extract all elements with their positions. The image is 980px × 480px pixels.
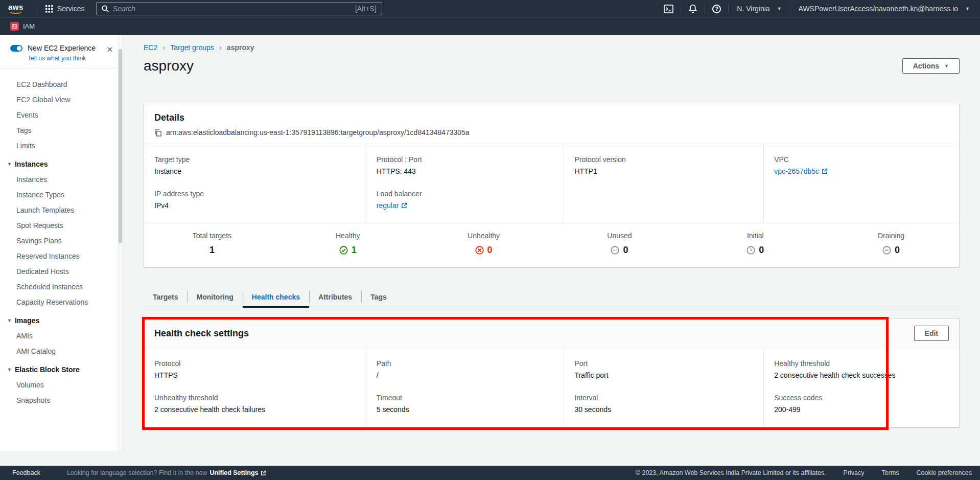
health-check-card: Health check settings Edit Protocol HTTP… <box>144 318 960 427</box>
link-text: vpc-2657db5c <box>774 167 819 175</box>
breadcrumb-ec2[interactable]: EC2 <box>144 43 157 52</box>
stat-value: 0 <box>759 245 764 256</box>
external-link-icon <box>261 470 266 476</box>
arn-row: arn:aws:elasticloadbalancing:us-east-1:3… <box>154 128 949 136</box>
sidebar-item-ec2-dashboard[interactable]: EC2 Dashboard <box>0 77 123 92</box>
sidebar-item-ami-catalog[interactable]: AMI Catalog <box>0 344 123 359</box>
field-label: Target type <box>154 155 356 164</box>
aws-console: aws Services Search [Alt+S] <box>0 0 980 480</box>
sidebar-section-images[interactable]: ▼ Images <box>0 310 123 328</box>
field-label: Protocol <box>154 359 356 368</box>
target-group-arn: arn:aws:elasticloadbalancing:us-east-1:3… <box>166 128 470 136</box>
chevron-right-icon <box>219 43 222 52</box>
health-column: Protocol HTTPS Unhealthy threshold 2 con… <box>144 348 366 427</box>
external-link-icon <box>822 168 828 174</box>
field-protocol: Protocol HTTPS <box>154 359 356 379</box>
stat-label: Healthy <box>336 232 360 240</box>
sidebar-item-snapshots[interactable]: Snapshots <box>0 393 123 408</box>
services-label: Services <box>57 5 85 13</box>
divider <box>681 4 681 14</box>
details-column: VPC vpc-2657db5c <box>763 144 959 223</box>
sidebar-item-volumes[interactable]: Volumes <box>0 377 123 393</box>
tab-monitoring[interactable]: Monitoring <box>188 287 243 307</box>
sidebar-item-events[interactable]: Events <box>0 107 123 123</box>
sidebar-item-limits[interactable]: Limits <box>0 138 123 153</box>
sidebar-item-instance-types[interactable]: Instance Types <box>0 187 123 202</box>
global-search-input[interactable]: Search [Alt+S] <box>96 2 382 15</box>
copy-icon[interactable] <box>154 129 162 136</box>
help-icon[interactable] <box>711 5 722 13</box>
sidebar-item-launch-templates[interactable]: Launch Templates <box>0 202 123 218</box>
cookie-preferences-link[interactable]: Cookie preferences <box>917 469 972 476</box>
breadcrumb-target-groups[interactable]: Target groups <box>170 43 214 52</box>
field-label: Port <box>574 359 753 368</box>
region-selector[interactable]: N. Virginia ▼ <box>735 5 783 13</box>
aws-smile-swoosh <box>10 10 22 14</box>
stat-value: 1 <box>209 245 215 256</box>
sidebar-item-tags[interactable]: Tags <box>0 123 123 138</box>
stat-initial: Initial 0 <box>687 232 823 256</box>
stat-label: Draining <box>878 232 904 240</box>
stat-label: Initial <box>747 232 764 240</box>
account-label: AWSPowerUserAccess/navaneeth.kn@harness.… <box>799 5 959 13</box>
sidebar-item-instances[interactable]: Instances <box>0 172 123 187</box>
vpc-link[interactable]: vpc-2657db5c <box>774 167 828 175</box>
tab-tags[interactable]: Tags <box>361 287 396 307</box>
scrollbar-thumb[interactable] <box>119 49 122 243</box>
chevron-right-icon <box>162 43 165 52</box>
feedback-link[interactable]: Feedback <box>12 469 40 476</box>
tab-health-checks[interactable]: Health checks <box>243 287 309 307</box>
terms-link[interactable]: Terms <box>882 469 899 476</box>
stat-label: Unhealthy <box>468 232 500 240</box>
field-value: IPv4 <box>154 201 356 210</box>
favorite-iam-link[interactable]: IAM <box>23 22 35 30</box>
field-value: 2 consecutive health check successes <box>774 371 949 379</box>
load-balancer-link[interactable]: regular <box>377 201 408 210</box>
section-header-label: Instances <box>15 160 48 168</box>
health-column: Path / Timeout 5 seconds <box>366 348 564 427</box>
sidebar-item-dedicated-hosts[interactable]: Dedicated Hosts <box>0 264 123 279</box>
sidebar-item-amis[interactable]: AMIs <box>0 328 123 344</box>
sidebar-section-instances[interactable]: ▼ Instances <box>0 153 123 172</box>
field-port: Port Traffic port <box>574 359 753 379</box>
field-label: Protocol version <box>574 155 753 164</box>
search-placeholder: Search <box>113 5 351 13</box>
sidebar-item-reserved-instances[interactable]: Reserved Instances <box>0 248 123 264</box>
iam-service-icon[interactable] <box>10 22 19 31</box>
sidebar-item-scheduled-instances[interactable]: Scheduled Instances <box>0 279 123 294</box>
sidebar-scrollbar[interactable] <box>118 35 123 451</box>
tab-attributes[interactable]: Attributes <box>309 287 361 307</box>
sidebar-item-savings-plans[interactable]: Savings Plans <box>0 233 123 248</box>
account-menu[interactable]: AWSPowerUserAccess/navaneeth.kn@harness.… <box>797 5 972 13</box>
health-check-section: Health check settings Edit Protocol HTTP… <box>144 318 960 427</box>
new-experience-toggle[interactable] <box>10 45 22 52</box>
field-value: 200-499 <box>774 405 949 414</box>
new-ec2-experience-block: New EC2 Experience Tell us what you thin… <box>0 35 123 68</box>
actions-button[interactable]: Actions ▼ <box>902 58 960 74</box>
services-menu-button[interactable]: Services <box>43 5 87 13</box>
top-navigation: aws Services Search [Alt+S] <box>0 0 980 35</box>
tab-targets[interactable]: Targets <box>144 287 188 307</box>
close-icon[interactable] <box>105 45 114 54</box>
health-check-grid: Protocol HTTPS Unhealthy threshold 2 con… <box>144 348 959 427</box>
field-label: Protocol : Port <box>377 155 554 164</box>
field-label: Path <box>377 359 554 368</box>
details-header: Details arn:aws:elasticloadbalancing:us-… <box>144 103 959 144</box>
field-value: HTTPS <box>154 371 356 379</box>
tell-us-link[interactable]: Tell us what you think <box>28 55 114 62</box>
stat-value: 1 <box>352 245 357 256</box>
field-label: Unhealthy threshold <box>154 394 356 402</box>
notifications-bell-icon[interactable] <box>687 4 698 13</box>
unified-settings-link[interactable]: Unified Settings <box>209 469 266 476</box>
privacy-link[interactable]: Privacy <box>844 469 865 476</box>
edit-button[interactable]: Edit <box>914 326 949 341</box>
aws-logo[interactable]: aws <box>8 4 24 14</box>
sidebar-item-spot-requests[interactable]: Spot Requests <box>0 218 123 233</box>
chevron-down-icon: ▼ <box>965 6 970 11</box>
field-path: Path / <box>377 359 554 379</box>
sidebar-item-ec2-global-view[interactable]: EC2 Global View <box>0 92 123 107</box>
sidebar-item-capacity-reservations[interactable]: Capacity Reservations <box>0 294 123 310</box>
sidebar-section-elastic-block-store[interactable]: ▼ Elastic Block Store <box>0 359 123 377</box>
breadcrumb-current: asproxy <box>227 43 254 52</box>
cloudshell-icon[interactable] <box>663 5 674 13</box>
